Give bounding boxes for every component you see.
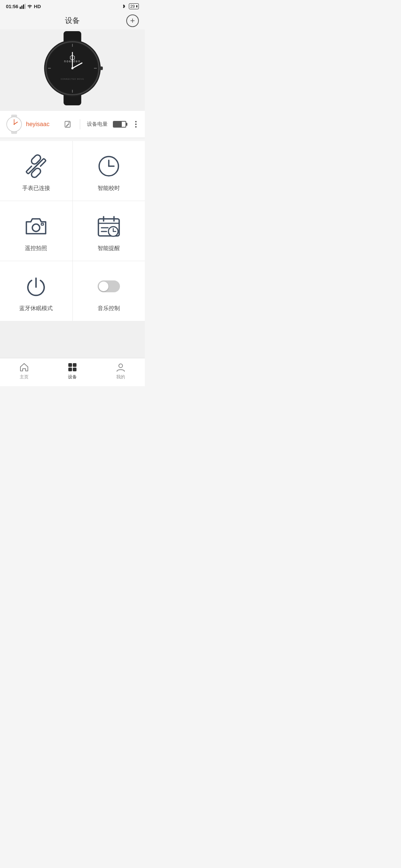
battery-fill: [114, 122, 122, 127]
battery-status: 29: [129, 3, 139, 9]
svg-rect-0: [20, 7, 21, 9]
music-control-label: 音乐控制: [98, 305, 120, 312]
watch-image-area: noerden CONNECTED MOVE: [0, 29, 145, 111]
status-bar: 01:56 HD 29: [0, 0, 145, 12]
svg-rect-2: [23, 4, 24, 9]
nav-device[interactable]: 设备: [48, 362, 97, 380]
connect-label: 手表已连接: [22, 185, 50, 192]
device-name: heyisaac: [26, 121, 59, 128]
bt-sleep-label: 蓝牙休眠模式: [19, 305, 53, 312]
grid-row-2: 遥控拍照 智能提醒: [0, 201, 145, 261]
remote-photo-label: 遥控拍照: [25, 245, 47, 252]
device-icon: [67, 362, 78, 372]
svg-point-53: [119, 364, 123, 368]
status-left: 01:56 HD: [6, 4, 41, 9]
time-display: 01:56: [6, 4, 18, 9]
svg-rect-1: [22, 6, 23, 9]
svg-rect-50: [73, 363, 76, 367]
svg-rect-3: [25, 4, 26, 9]
power-icon: [23, 273, 49, 300]
toggle-icon: [95, 273, 122, 300]
time-sync-label: 智能校时: [98, 185, 120, 192]
camera-icon: [23, 213, 49, 240]
hd-label: HD: [34, 4, 41, 9]
edit-device-button[interactable]: [63, 119, 73, 129]
battery-percent: 29: [130, 4, 135, 9]
signal-icon: [20, 4, 26, 9]
nav-profile[interactable]: 我的: [97, 362, 145, 380]
time-sync-icon: [95, 153, 122, 180]
remote-photo-cell[interactable]: 遥控拍照: [0, 201, 73, 261]
time-sync-cell[interactable]: 智能校时: [73, 141, 145, 201]
svg-rect-51: [68, 368, 72, 371]
status-right: 29: [121, 3, 139, 9]
svg-rect-30: [30, 154, 42, 165]
edit-icon: [64, 121, 72, 128]
calendar-clock-icon: [95, 213, 122, 240]
music-toggle[interactable]: [98, 280, 120, 292]
more-options-button[interactable]: [133, 119, 139, 129]
svg-rect-38: [41, 223, 43, 225]
svg-rect-20: [100, 66, 103, 70]
svg-point-37: [32, 224, 40, 231]
svg-rect-49: [68, 363, 72, 367]
profile-icon: [115, 362, 126, 372]
bluetooth-icon: [121, 4, 127, 9]
svg-point-18: [71, 67, 74, 69]
grid-row-3: 蓝牙休眠模式 音乐控制: [0, 261, 145, 321]
bt-sleep-cell[interactable]: 蓝牙休眠模式: [0, 261, 73, 321]
grid-row-1: 手表已连接 智能校时: [0, 141, 145, 201]
music-control-cell[interactable]: 音乐控制: [73, 261, 145, 321]
vertical-divider: [80, 119, 80, 129]
svg-rect-31: [30, 167, 42, 178]
home-icon: [19, 362, 29, 372]
nav-home[interactable]: 主页: [0, 362, 48, 380]
nav-profile-label: 我的: [116, 374, 125, 380]
nav-device-label: 设备: [68, 374, 77, 380]
header: 设备 +: [0, 12, 145, 29]
toggle-thumb: [99, 282, 108, 291]
device-thumbnail: [6, 115, 22, 134]
smart-alert-cell[interactable]: 智能提醒: [73, 201, 145, 261]
smart-alert-label: 智能提醒: [98, 245, 120, 252]
device-info-bar: heyisaac 设备电量: [0, 111, 145, 138]
battery-indicator: [113, 121, 126, 128]
wifi-icon: [27, 4, 32, 9]
bottom-nav: 主页 设备 我的: [0, 358, 145, 386]
watch-display: noerden CONNECTED MOVE: [41, 31, 104, 105]
nav-home-label: 主页: [20, 374, 29, 380]
add-device-button[interactable]: +: [126, 14, 139, 27]
features-grid: 手表已连接 智能校时 遥控拍照: [0, 141, 145, 321]
connect-icon: [23, 153, 49, 180]
svg-text:CONNECTED MOVE: CONNECTED MOVE: [61, 78, 84, 80]
svg-rect-52: [73, 368, 76, 371]
connect-cell[interactable]: 手表已连接: [0, 141, 73, 201]
content-spacer: [0, 321, 145, 358]
svg-point-27: [14, 124, 15, 125]
battery-text: 设备电量: [87, 121, 108, 128]
page-title: 设备: [65, 16, 80, 26]
